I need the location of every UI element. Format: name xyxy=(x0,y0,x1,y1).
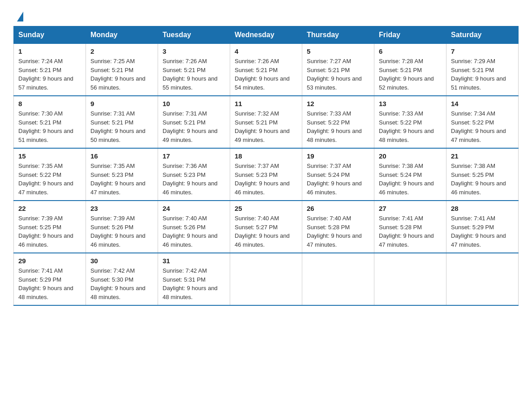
calendar-body: 1 Sunrise: 7:24 AM Sunset: 5:21 PM Dayli… xyxy=(14,44,519,306)
day-info: Sunrise: 7:28 AM Sunset: 5:21 PM Dayligh… xyxy=(379,57,442,92)
calendar-cell: 5 Sunrise: 7:27 AM Sunset: 5:21 PM Dayli… xyxy=(302,44,374,96)
calendar-cell: 14 Sunrise: 7:34 AM Sunset: 5:22 PM Dayl… xyxy=(446,96,519,148)
calendar-cell: 26 Sunrise: 7:40 AM Sunset: 5:28 PM Dayl… xyxy=(302,201,374,253)
header-sunday: Sunday xyxy=(14,26,86,44)
day-info: Sunrise: 7:41 AM Sunset: 5:28 PM Dayligh… xyxy=(379,214,442,249)
week-row-4: 22 Sunrise: 7:39 AM Sunset: 5:25 PM Dayl… xyxy=(14,201,519,253)
day-number: 5 xyxy=(307,47,369,55)
calendar-cell: 16 Sunrise: 7:35 AM Sunset: 5:23 PM Dayl… xyxy=(86,148,158,201)
day-number: 15 xyxy=(18,152,81,160)
day-number: 25 xyxy=(235,205,297,212)
day-info: Sunrise: 7:30 AM Sunset: 5:21 PM Dayligh… xyxy=(18,109,81,144)
calendar-cell: 31 Sunrise: 7:42 AM Sunset: 5:31 PM Dayl… xyxy=(158,253,230,305)
day-info: Sunrise: 7:33 AM Sunset: 5:22 PM Dayligh… xyxy=(307,109,369,144)
day-number: 24 xyxy=(163,205,225,212)
calendar-cell: 19 Sunrise: 7:37 AM Sunset: 5:24 PM Dayl… xyxy=(302,148,374,201)
day-info: Sunrise: 7:24 AM Sunset: 5:21 PM Dayligh… xyxy=(18,57,81,92)
calendar-cell: 3 Sunrise: 7:26 AM Sunset: 5:21 PM Dayli… xyxy=(158,44,230,96)
day-number: 11 xyxy=(235,100,297,107)
day-info: Sunrise: 7:29 AM Sunset: 5:21 PM Dayligh… xyxy=(451,57,514,92)
calendar-cell: 10 Sunrise: 7:31 AM Sunset: 5:21 PM Dayl… xyxy=(158,96,230,148)
day-info: Sunrise: 7:41 AM Sunset: 5:29 PM Dayligh… xyxy=(18,266,81,301)
day-number: 2 xyxy=(90,47,153,55)
day-info: Sunrise: 7:36 AM Sunset: 5:23 PM Dayligh… xyxy=(163,162,225,197)
day-number: 17 xyxy=(163,152,225,160)
week-row-3: 15 Sunrise: 7:35 AM Sunset: 5:22 PM Dayl… xyxy=(14,148,519,201)
day-info: Sunrise: 7:26 AM Sunset: 5:21 PM Dayligh… xyxy=(163,57,225,92)
day-info: Sunrise: 7:42 AM Sunset: 5:30 PM Dayligh… xyxy=(90,266,153,301)
calendar-cell: 13 Sunrise: 7:33 AM Sunset: 5:22 PM Dayl… xyxy=(374,96,446,148)
day-info: Sunrise: 7:27 AM Sunset: 5:21 PM Dayligh… xyxy=(307,57,369,92)
day-info: Sunrise: 7:38 AM Sunset: 5:25 PM Dayligh… xyxy=(451,162,514,197)
day-info: Sunrise: 7:40 AM Sunset: 5:26 PM Dayligh… xyxy=(163,214,225,249)
calendar-cell: 29 Sunrise: 7:41 AM Sunset: 5:29 PM Dayl… xyxy=(14,253,86,305)
day-info: Sunrise: 7:25 AM Sunset: 5:21 PM Dayligh… xyxy=(90,57,153,92)
calendar-cell: 22 Sunrise: 7:39 AM Sunset: 5:25 PM Dayl… xyxy=(14,201,86,253)
calendar-cell: 6 Sunrise: 7:28 AM Sunset: 5:21 PM Dayli… xyxy=(374,44,446,96)
day-info: Sunrise: 7:35 AM Sunset: 5:23 PM Dayligh… xyxy=(90,162,153,197)
calendar-cell: 25 Sunrise: 7:40 AM Sunset: 5:27 PM Dayl… xyxy=(230,201,302,253)
calendar-cell xyxy=(230,253,302,305)
calendar-cell xyxy=(374,253,446,305)
day-info: Sunrise: 7:37 AM Sunset: 5:23 PM Dayligh… xyxy=(235,162,297,197)
day-info: Sunrise: 7:34 AM Sunset: 5:22 PM Dayligh… xyxy=(451,109,514,144)
calendar-cell: 27 Sunrise: 7:41 AM Sunset: 5:28 PM Dayl… xyxy=(374,201,446,253)
day-info: Sunrise: 7:40 AM Sunset: 5:28 PM Dayligh… xyxy=(307,214,369,249)
calendar-cell: 24 Sunrise: 7:40 AM Sunset: 5:26 PM Dayl… xyxy=(158,201,230,253)
day-number: 3 xyxy=(163,47,225,55)
calendar-cell: 18 Sunrise: 7:37 AM Sunset: 5:23 PM Dayl… xyxy=(230,148,302,201)
calendar-cell: 7 Sunrise: 7:29 AM Sunset: 5:21 PM Dayli… xyxy=(446,44,519,96)
calendar-cell: 8 Sunrise: 7:30 AM Sunset: 5:21 PM Dayli… xyxy=(14,96,86,148)
day-number: 27 xyxy=(379,205,442,212)
logo xyxy=(13,9,23,21)
header-friday: Friday xyxy=(374,26,446,44)
calendar-cell: 20 Sunrise: 7:38 AM Sunset: 5:24 PM Dayl… xyxy=(374,148,446,201)
day-info: Sunrise: 7:39 AM Sunset: 5:26 PM Dayligh… xyxy=(90,214,153,249)
day-number: 4 xyxy=(235,47,297,55)
calendar-cell: 28 Sunrise: 7:41 AM Sunset: 5:29 PM Dayl… xyxy=(446,201,519,253)
calendar-cell: 23 Sunrise: 7:39 AM Sunset: 5:26 PM Dayl… xyxy=(86,201,158,253)
calendar-cell: 30 Sunrise: 7:42 AM Sunset: 5:30 PM Dayl… xyxy=(86,253,158,305)
header-tuesday: Tuesday xyxy=(158,26,230,44)
day-number: 14 xyxy=(451,100,514,107)
header-thursday: Thursday xyxy=(302,26,374,44)
day-info: Sunrise: 7:33 AM Sunset: 5:22 PM Dayligh… xyxy=(379,109,442,144)
day-number: 28 xyxy=(451,205,514,212)
header-saturday: Saturday xyxy=(446,26,519,44)
day-info: Sunrise: 7:39 AM Sunset: 5:25 PM Dayligh… xyxy=(18,214,81,249)
calendar-cell xyxy=(446,253,519,305)
day-number: 8 xyxy=(18,100,81,107)
calendar-cell: 9 Sunrise: 7:31 AM Sunset: 5:21 PM Dayli… xyxy=(86,96,158,148)
header-wednesday: Wednesday xyxy=(230,26,302,44)
calendar-cell: 4 Sunrise: 7:26 AM Sunset: 5:21 PM Dayli… xyxy=(230,44,302,96)
calendar-table: SundayMondayTuesdayWednesdayThursdayFrid… xyxy=(13,26,519,306)
calendar-header: SundayMondayTuesdayWednesdayThursdayFrid… xyxy=(14,26,519,44)
calendar-cell: 2 Sunrise: 7:25 AM Sunset: 5:21 PM Dayli… xyxy=(86,44,158,96)
calendar-cell: 21 Sunrise: 7:38 AM Sunset: 5:25 PM Dayl… xyxy=(446,148,519,201)
day-number: 30 xyxy=(90,257,153,265)
calendar-cell: 15 Sunrise: 7:35 AM Sunset: 5:22 PM Dayl… xyxy=(14,148,86,201)
day-number: 23 xyxy=(90,205,153,212)
day-info: Sunrise: 7:41 AM Sunset: 5:29 PM Dayligh… xyxy=(451,214,514,249)
calendar-cell xyxy=(302,253,374,305)
day-info: Sunrise: 7:42 AM Sunset: 5:31 PM Dayligh… xyxy=(163,266,225,301)
day-info: Sunrise: 7:35 AM Sunset: 5:22 PM Dayligh… xyxy=(18,162,81,197)
header-monday: Monday xyxy=(86,26,158,44)
day-number: 7 xyxy=(451,47,514,55)
day-number: 6 xyxy=(379,47,442,55)
day-info: Sunrise: 7:32 AM Sunset: 5:21 PM Dayligh… xyxy=(235,109,297,144)
week-row-5: 29 Sunrise: 7:41 AM Sunset: 5:29 PM Dayl… xyxy=(14,253,519,305)
header-row: SundayMondayTuesdayWednesdayThursdayFrid… xyxy=(14,26,519,44)
day-number: 29 xyxy=(18,257,81,265)
page-header xyxy=(13,9,519,21)
day-info: Sunrise: 7:40 AM Sunset: 5:27 PM Dayligh… xyxy=(235,214,297,249)
day-number: 13 xyxy=(379,100,442,107)
day-number: 26 xyxy=(307,205,369,212)
day-number: 10 xyxy=(163,100,225,107)
week-row-2: 8 Sunrise: 7:30 AM Sunset: 5:21 PM Dayli… xyxy=(14,96,519,148)
day-number: 12 xyxy=(307,100,369,107)
week-row-1: 1 Sunrise: 7:24 AM Sunset: 5:21 PM Dayli… xyxy=(14,44,519,96)
day-number: 21 xyxy=(451,152,514,160)
calendar-cell: 11 Sunrise: 7:32 AM Sunset: 5:21 PM Dayl… xyxy=(230,96,302,148)
day-info: Sunrise: 7:31 AM Sunset: 5:21 PM Dayligh… xyxy=(163,109,225,144)
